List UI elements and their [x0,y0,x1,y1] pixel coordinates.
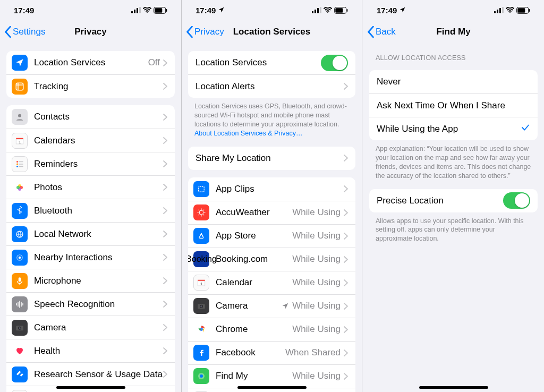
content-scroll[interactable]: Location ServicesOffTrackingContacts1Cal… [0,44,181,392]
home-indicator[interactable] [56,386,125,389]
nearby-icon [12,250,28,266]
settings-row[interactable]: Tracking [6,74,175,98]
svg-point-15 [16,166,18,167]
row-value: While Using [292,324,341,335]
settings-row[interactable]: Camera [6,316,175,339]
chevron-right-icon [163,231,167,237]
settings-group: NeverAsk Next Time Or When I ShareWhile … [369,70,538,140]
settings-row[interactable]: Location Alerts [188,74,355,98]
settings-row[interactable]: App StoreWhile Using [188,224,355,248]
svg-rect-0 [131,11,133,13]
chevron-right-icon [344,209,348,216]
chevron-right-icon [163,324,167,331]
nav-bar: SettingsPrivacy [0,20,181,44]
settings-row[interactable]: Bluetooth [6,199,175,222]
row-label: Location Services [34,57,148,68]
home-indicator[interactable] [419,386,488,389]
chevron-right-icon [163,301,167,308]
settings-row[interactable]: Location Services [188,51,355,74]
page-title: Location Services [233,27,311,37]
nav-bar: PrivacyLocation Services [182,20,362,44]
findmy-icon [193,368,209,384]
row-label: Camera [34,322,163,333]
row-value: While Using [292,254,341,265]
chevron-right-icon [163,207,167,214]
back-button[interactable]: Back [367,26,396,38]
page-title: Privacy [74,27,107,37]
content-scroll[interactable]: Location ServicesLocation AlertsLocation… [182,44,362,392]
chevron-right-icon [344,326,348,333]
svg-rect-54 [517,8,525,12]
settings-row[interactable]: BookingBooking.comWhile Using [188,248,355,271]
svg-point-4 [147,12,148,13]
row-value: Off [148,57,160,68]
row-label: Ask Next Time Or When I Share [377,100,530,111]
row-label: Local Network [34,229,163,240]
settings-row[interactable]: Health [6,339,175,362]
settings-row[interactable]: Ask Next Time Or When I Share [369,93,538,117]
svg-rect-51 [502,7,504,13]
back-button[interactable]: Settings [4,26,45,38]
settings-row[interactable]: AccuWeatherWhile Using [188,201,355,224]
homekit-icon [12,390,28,393]
svg-rect-49 [497,10,498,13]
row-label: App Store [216,231,292,241]
microphone-icon [12,273,28,289]
settings-row[interactable]: FacebookWhen Shared [188,341,355,364]
speech-icon [12,296,28,312]
camera-icon [12,320,28,336]
svg-point-52 [509,12,511,13]
settings-row[interactable]: ChromeWhile Using [188,318,355,341]
footer-link[interactable]: About Location Services & Privacy… [194,130,303,137]
content-scroll[interactable]: Allow Location AccessNeverAsk Next Time … [363,44,544,392]
phone-screen-1: 17:49PrivacyLocation ServicesLocation Se… [181,0,362,392]
settings-row[interactable]: Never [369,70,538,93]
settings-row[interactable]: CameraWhile Using [188,294,355,318]
settings-row[interactable]: Microphone [6,269,175,292]
booking-icon: Booking [193,251,209,267]
row-label: Precise Location [377,195,503,206]
svg-point-36 [199,210,203,215]
status-icons [312,7,348,14]
settings-row[interactable]: Precise Location [369,189,538,212]
row-label: Bluetooth [34,206,163,216]
row-label: Chrome [216,324,292,335]
row-label: App Clips [216,184,344,194]
toggle-switch[interactable] [321,55,348,71]
row-value: While Using [292,301,341,311]
check-icon [521,123,530,135]
chevron-right-icon [344,350,348,356]
settings-group: Location ServicesLocation Alerts [188,51,355,98]
toggle-switch[interactable] [503,192,530,209]
settings-row[interactable]: Local Network [6,222,175,245]
chevron-right-icon [163,184,167,191]
settings-row[interactable]: Photos [6,175,175,199]
settings-row[interactable]: App Clips [188,177,355,201]
settings-row[interactable]: Find MyWhile Using [188,364,355,388]
svg-rect-2 [137,8,138,13]
settings-row[interactable]: Nearby Interactions [6,245,175,269]
row-label: Location Services [196,57,321,68]
svg-point-19 [16,186,20,189]
settings-row[interactable]: Location ServicesOff [6,51,175,74]
settings-row[interactable]: Contacts [6,105,175,129]
settings-group: Contacts1CalendarsRemindersPhotosBluetoo… [6,105,175,392]
photos-icon [12,180,28,195]
settings-row[interactable]: While Using the App [369,117,538,140]
row-label: Reminders [34,159,163,169]
back-button[interactable]: Privacy [186,26,224,38]
settings-row[interactable]: Research Sensor & Usage Data [6,362,175,386]
status-bar: 17:49 [363,0,544,20]
row-label: Share My Location [196,153,344,164]
settings-row[interactable]: Share My Location [188,147,355,170]
phone-screen-2: 17:49BackFind MyAllow Location AccessNev… [363,0,544,392]
svg-rect-29 [317,8,319,13]
chevron-right-icon [344,373,348,380]
settings-row[interactable]: Speech Recognition [6,292,175,316]
status-icons [494,7,530,14]
settings-row[interactable]: 1Calendars [6,129,175,152]
settings-row[interactable]: 1CalendarWhile Using [188,271,355,294]
settings-row[interactable]: Reminders [6,152,175,175]
home-indicator[interactable] [237,386,307,389]
row-label: Booking.com [216,254,292,265]
